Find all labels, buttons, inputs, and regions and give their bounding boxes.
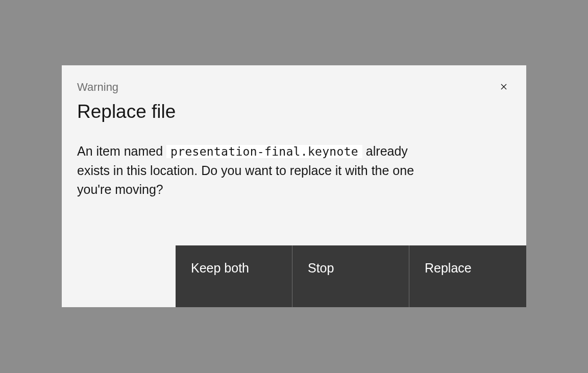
filename-code: presentation-final.keynote	[166, 145, 362, 158]
modal-label: Warning	[77, 81, 511, 94]
keep-both-button[interactable]: Keep both	[176, 245, 292, 307]
stop-button[interactable]: Stop	[292, 245, 409, 307]
close-icon	[498, 81, 509, 92]
modal-header: Warning Replace file	[62, 65, 526, 142]
modal-footer: Keep both Stop Replace	[62, 245, 526, 307]
body-prefix: An item named	[77, 144, 166, 158]
close-button[interactable]	[494, 77, 514, 97]
replace-button[interactable]: Replace	[409, 245, 526, 307]
modal-title: Replace file	[77, 101, 511, 122]
modal-body: An item named presentation-final.keynote…	[62, 142, 439, 215]
warning-modal: Warning Replace file An item named prese…	[62, 65, 526, 307]
svg-marker-0	[501, 84, 507, 90]
